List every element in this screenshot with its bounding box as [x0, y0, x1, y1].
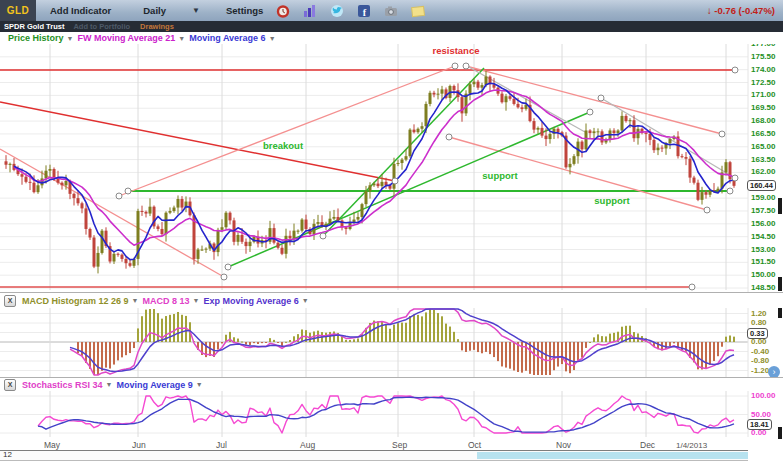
timeframe-caret-icon[interactable]: ▼ — [192, 6, 200, 15]
svg-text:support: support — [482, 170, 518, 181]
stoch-panel-legend: X Stochastics RSI 34▼ Moving Average 9▼ — [0, 377, 783, 391]
chevron-down-icon[interactable]: ▼ — [132, 297, 139, 304]
chevron-down-icon[interactable]: ▼ — [269, 35, 276, 42]
stoch-ma-dropdown[interactable]: Moving Average 9 — [116, 380, 192, 390]
ma6-dropdown[interactable]: Moving Average 6 — [189, 33, 265, 43]
add-indicator-button[interactable]: Add Indicator — [50, 5, 111, 16]
chevron-down-icon[interactable]: ▼ — [67, 35, 74, 42]
chevron-down-icon[interactable]: ▼ — [178, 35, 185, 42]
add-to-portfolio-link[interactable]: Add to Portfolio — [73, 22, 130, 31]
svg-text:support: support — [594, 195, 630, 206]
toolbar: GLD Add Indicator Daily ▼ Settings f — [0, 0, 783, 22]
down-arrow-icon: ↓ — [707, 5, 712, 16]
drawings-link[interactable]: Drawings — [140, 22, 174, 31]
chevron-down-icon[interactable]: ▼ — [106, 381, 113, 388]
alarm-icon[interactable] — [276, 4, 290, 18]
year-label: 12 — [3, 450, 12, 459]
panel-resize-handle[interactable] — [778, 277, 782, 291]
svg-text:breakout: breakout — [263, 140, 304, 151]
scrollbar-thumb[interactable] — [477, 452, 748, 459]
toolbar-icons: f — [263, 4, 425, 18]
macd-line-dropdown[interactable]: MACD 8 13 — [142, 296, 189, 306]
macd-value-box: 0.33 — [747, 328, 768, 339]
symbol-badge[interactable]: GLD — [0, 0, 36, 21]
facebook-icon[interactable]: f — [357, 4, 371, 18]
twitter-icon[interactable] — [330, 4, 344, 18]
camera-icon[interactable] — [384, 4, 398, 18]
panel-resize-handle[interactable] — [778, 427, 782, 439]
last-price-box: 160.44 — [747, 180, 776, 191]
macd-ema-dropdown[interactable]: Exp Moving Average 6 — [203, 296, 298, 306]
macd-panel-legend: X MACD Histogram 12 26 9▼ MACD 8 13▼ Exp… — [0, 292, 783, 308]
symbol-name: SPDR Gold Trust — [4, 22, 64, 31]
close-icon[interactable]: X — [4, 295, 16, 307]
settings-button[interactable]: Settings — [226, 5, 263, 16]
price-history-dropdown[interactable]: Price History — [8, 33, 64, 43]
close-icon[interactable]: X — [4, 379, 16, 391]
chart-canvas: resistancebreakoutsupportsupport — [0, 0, 783, 471]
drawing-handles[interactable] — [116, 63, 738, 290]
stoch-rsi-dropdown[interactable]: Stochastics RSI 34 — [22, 380, 103, 390]
price-panel-legend: Price History▼ FW Moving Average 21▼ Mov… — [0, 32, 783, 44]
chevron-down-icon[interactable]: ▼ — [302, 297, 309, 304]
panel-resize-handle[interactable] — [778, 198, 782, 214]
notes-icon[interactable] — [411, 4, 425, 18]
macd-histogram-dropdown[interactable]: MACD Histogram 12 26 9 — [22, 296, 129, 306]
chart-icon[interactable] — [303, 4, 317, 18]
charting-application: resistancebreakoutsupportsupport 177.001… — [0, 0, 783, 471]
title-bar: SPDR Gold Trust Add to Portfolio Drawing… — [0, 21, 783, 32]
stoch-value-box: 18.41 — [747, 419, 772, 430]
svg-text:resistance: resistance — [432, 45, 479, 56]
timeframe-dropdown[interactable]: Daily — [143, 5, 166, 16]
chevron-down-icon[interactable]: ▼ — [193, 297, 200, 304]
daily-change: ↓ -0.76 (-0.47%) — [707, 5, 775, 16]
horizontal-scrollbar[interactable] — [0, 450, 748, 461]
chevron-down-icon[interactable]: ▼ — [196, 381, 203, 388]
fw-ma21-dropdown[interactable]: FW Moving Average 21 — [77, 33, 175, 43]
